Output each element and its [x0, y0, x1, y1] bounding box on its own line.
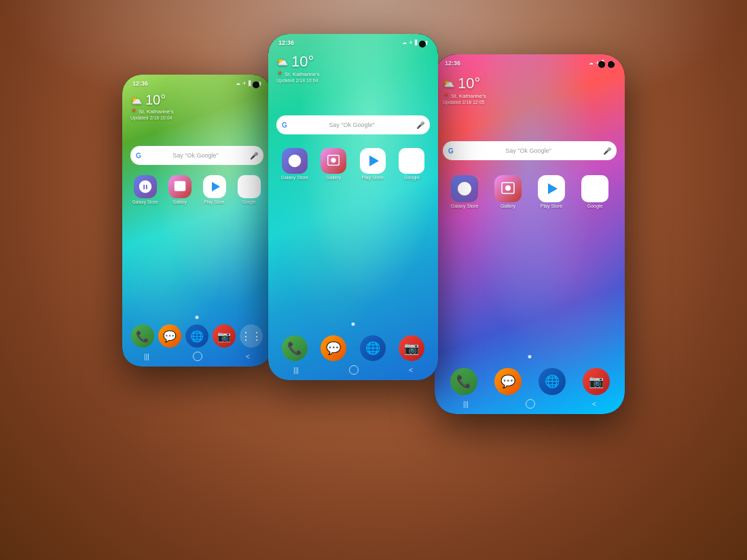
gallery-label-s10: Gallery	[326, 175, 341, 180]
nav-bar-s10plus: ||| <	[435, 399, 625, 409]
phone-s10plus-screen: 12:36 ☁ ✈ ▋ ● ▮ ⛅ 10° 📍 St. Katharine's	[435, 54, 625, 414]
location-pin-s10e: 📍	[130, 109, 137, 115]
dock-apps-s10e[interactable]: ⋮⋮	[240, 324, 263, 348]
search-bar-s10[interactable]: G Say "Ok Google" 🎤	[276, 115, 430, 134]
app-google-s10[interactable]: Google	[394, 148, 431, 180]
nav-home-s10plus[interactable]	[526, 399, 535, 409]
dock-messages-s10plus[interactable]: 💬	[494, 368, 522, 395]
signal-icon-s10e: ▋	[249, 81, 252, 86]
dock-internet-s10[interactable]: 🌐	[360, 335, 386, 361]
status-time-s10e: 12:36	[132, 80, 148, 87]
app-grid-s10: Galaxy Store Gallery	[276, 148, 430, 180]
play-store-icon-s10plus	[538, 175, 565, 202]
weather-top-s10plus: ⛅ 10°	[443, 75, 486, 92]
weather-widget-s10plus: ⛅ 10° 📍 St. Katharine's Updated 2/18 12:…	[443, 75, 486, 105]
dock-phone-s10[interactable]: 📞	[282, 335, 308, 361]
mic-icon-s10[interactable]: 🎤	[416, 122, 424, 129]
app-play-store-s10plus[interactable]: Play Store	[531, 175, 572, 208]
gallery-label-s10plus: Gallery	[500, 204, 515, 208]
mic-icon-s10plus[interactable]: 🎤	[603, 147, 611, 155]
google-label-s10plus: Google	[587, 204, 603, 208]
status-time-s10: 12:36	[278, 39, 294, 46]
weather-widget-s10: ⛅ 10° 📍 St. Katharine's Updated 2/18 10:…	[276, 53, 320, 83]
nav-recent-s10[interactable]: <	[409, 367, 413, 374]
location-pin-s10plus: 📍	[443, 93, 450, 99]
dock-camera-s10e[interactable]: 📷	[213, 324, 236, 348]
svg-rect-3	[462, 185, 467, 187]
dock-camera-s10[interactable]: 📷	[399, 335, 424, 361]
cloud-icon-s10: ☁	[402, 40, 407, 45]
app-play-store-s10e[interactable]: Play Store	[198, 175, 230, 204]
nav-back-s10plus[interactable]: |||	[463, 400, 469, 408]
google-icon-s10	[399, 148, 424, 174]
google-label-s10e: Google	[242, 200, 256, 204]
page-dot-s10plus	[528, 355, 532, 358]
app-gallery-s10[interactable]: Gallery	[316, 148, 352, 180]
nav-back-s10[interactable]: |||	[293, 367, 299, 374]
cloud-icon-s10e: ☁	[236, 81, 240, 86]
google-g-s10plus: G	[448, 147, 454, 155]
nav-home-s10[interactable]	[349, 365, 359, 375]
search-placeholder-s10e: Say "Ok Google"	[145, 152, 247, 159]
dock-internet-s10plus[interactable]: 🌐	[539, 368, 566, 395]
bottom-dock-s10: 📞 💬 🌐 📷	[275, 335, 431, 361]
nav-back-s10e[interactable]: |||	[144, 353, 149, 360]
signal-icon-s10: ▋	[415, 40, 418, 45]
weather-temp-s10plus: 10°	[458, 75, 480, 92]
galaxy-store-icon-s10	[282, 148, 308, 174]
bottom-dock-s10e: 📞 💬 🌐 📷 ⋮⋮	[129, 324, 265, 348]
galaxy-store-icon-s10plus	[451, 175, 478, 202]
dock-internet-s10e[interactable]: 🌐	[185, 324, 208, 348]
app-google-s10plus[interactable]: Google	[575, 175, 615, 208]
dock-messages-s10[interactable]: 💬	[321, 335, 346, 361]
dock-camera-s10plus[interactable]: 📷	[583, 368, 610, 395]
nav-bar-s10: ||| <	[268, 365, 438, 375]
weather-temp-s10e: 10°	[145, 92, 166, 108]
weather-updated-s10: Updated 2/18 10:04	[276, 78, 320, 83]
nav-recent-s10e[interactable]: <	[246, 353, 250, 360]
nav-bar-s10e: ||| <	[122, 352, 272, 361]
app-play-store-s10[interactable]: Play Store	[354, 148, 391, 180]
weather-top-s10e: ⛅ 10°	[130, 92, 174, 108]
play-store-label-s10e: Play Store	[204, 200, 225, 204]
bottom-dock-s10plus: 📞 💬 🌐 📷	[441, 368, 618, 395]
play-store-icon-s10	[360, 148, 386, 174]
weather-widget-s10e: ⛅ 10° 📍 St. Katharine's Updated 2/18 10:…	[130, 92, 174, 120]
app-grid-s10plus: Galaxy Store Gallery	[444, 175, 615, 208]
search-placeholder-s10: Say "Ok Google"	[291, 122, 413, 128]
play-store-label-s10: Play Store	[362, 175, 384, 180]
phone-s10plus: 12:36 ☁ ✈ ▋ ● ▮ ⛅ 10° 📍 St. Katharine's	[435, 54, 625, 414]
search-bar-s10e[interactable]: G Say "Ok Google" 🎤	[130, 146, 263, 165]
app-galaxy-store-s10plus[interactable]: Galaxy Store	[444, 175, 485, 208]
weather-updated-s10plus: Updated 2/18 12:05	[443, 100, 486, 105]
app-galaxy-store-s10e[interactable]: Galaxy Store	[129, 175, 161, 204]
gallery-icon-s10plus	[494, 175, 522, 202]
weather-location-s10plus: 📍 St. Katharine's	[443, 93, 486, 99]
app-google-s10e[interactable]: Google	[233, 175, 265, 204]
app-gallery-s10e[interactable]: Gallery	[164, 175, 196, 204]
location-pin-s10: 📍	[276, 71, 283, 77]
nav-home-s10e[interactable]	[193, 352, 202, 361]
app-gallery-s10plus[interactable]: Gallery	[488, 175, 528, 208]
nav-recent-s10plus[interactable]: <	[592, 400, 596, 408]
google-g-s10: G	[282, 122, 287, 129]
google-label-s10: Google	[404, 175, 420, 180]
play-store-icon-s10e	[203, 175, 226, 198]
weather-temp-s10: 10°	[291, 53, 314, 71]
status-bar-s10: 12:36 ☁ ✈ ▋ ● ▮	[278, 39, 428, 46]
galaxy-store-label-s10plus: Galaxy Store	[451, 204, 478, 208]
app-galaxy-store-s10[interactable]: Galaxy Store	[276, 148, 313, 180]
wallpaper-swirl-large	[435, 54, 625, 414]
phone-s10e: 12:36 ☁ ✈ ▋ ● ▮ ⛅ 10° 📍 St. Katharine's	[122, 75, 272, 367]
weather-cloud-icon-s10: ⛅	[276, 56, 288, 67]
weather-location-s10e: 📍 St. Katharine's	[130, 109, 174, 115]
dock-phone-s10e[interactable]: 📞	[131, 324, 154, 348]
svg-rect-0	[143, 183, 147, 185]
airplane-icon-s10: ✈	[409, 40, 413, 45]
search-bar-s10plus[interactable]: G Say "Ok Google" 🎤	[443, 141, 617, 160]
mic-icon-s10e[interactable]: 🎤	[250, 152, 258, 160]
weather-updated-s10e: Updated 2/18 10:04	[130, 115, 174, 120]
search-placeholder-s10plus: Say "Ok Google"	[457, 147, 600, 154]
dock-messages-s10e[interactable]: 💬	[158, 324, 181, 348]
dock-phone-s10plus[interactable]: 📞	[450, 368, 477, 395]
